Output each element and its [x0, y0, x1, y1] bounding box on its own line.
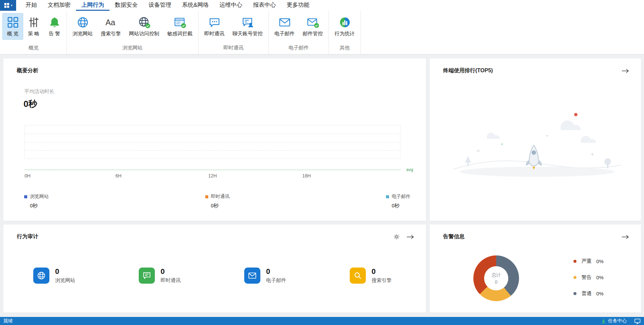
- stat-search-engine[interactable]: 0 搜索引擎: [350, 268, 417, 284]
- legend-label: 普通: [582, 290, 592, 297]
- bell-icon: [48, 16, 61, 29]
- remote-desktop-button[interactable]: [634, 318, 641, 324]
- ribbon-email-button[interactable]: 电子邮件: [270, 13, 299, 40]
- alarm-more-button[interactable]: [621, 235, 629, 239]
- ribbon-button-label: 行为统计: [335, 31, 355, 37]
- ribbon-overview-button[interactable]: 概 览: [2, 13, 23, 40]
- mail-icon: [278, 16, 291, 29]
- legend-label: 严重: [582, 258, 592, 265]
- stat-im[interactable]: 0 即时通讯: [139, 268, 206, 284]
- tab-report-center[interactable]: 报表中心: [248, 0, 281, 11]
- legend-value: 0秒: [30, 203, 49, 209]
- activity-line-chart: avg 0H 6H 12H 18H: [25, 125, 400, 182]
- tab-start[interactable]: 开始: [20, 0, 42, 11]
- font-Aa-icon: Aa: [105, 16, 117, 29]
- ribbon-button-label: 邮件管控: [303, 31, 323, 37]
- app-grid-icon: [4, 2, 10, 8]
- audit-more-button[interactable]: [406, 235, 414, 239]
- stat-value: 0: [55, 268, 75, 275]
- ribbon-im-button[interactable]: 即时通讯: [200, 13, 228, 40]
- tab-internet-behavior[interactable]: 上网行为: [76, 0, 110, 11]
- tab-more-functions[interactable]: 更多功能: [281, 0, 315, 11]
- audit-card-title: 行为审计: [17, 233, 38, 240]
- mail-icon: [248, 271, 257, 280]
- ribbon: 概 览 策 略 告 警 概览: [0, 11, 644, 54]
- chat-icon: [142, 271, 152, 280]
- ribbon-button-label: 即时通讯: [204, 31, 224, 37]
- ribbon-button-label: 搜索引擎: [101, 31, 121, 37]
- globe-icon: [37, 271, 46, 280]
- monitor-icon: [634, 318, 641, 324]
- stat-value: 0: [266, 268, 286, 275]
- arrow-right-icon: [621, 235, 629, 239]
- ribbon-button-label: 浏览网站: [73, 31, 93, 37]
- ribbon-search-engine-button[interactable]: Aa 搜索引擎: [97, 13, 125, 40]
- ribbon-button-label: 策 略: [28, 31, 39, 37]
- ribbon-group-label: 即时通讯: [200, 43, 267, 54]
- alarm-legend-warning: 警告 0%: [573, 274, 604, 281]
- legend-value: 0秒: [392, 203, 411, 209]
- task-center-button[interactable]: 任务中心: [601, 318, 627, 324]
- arrow-right-icon: [621, 69, 629, 73]
- stat-label: 浏览网站: [55, 277, 75, 284]
- top5-card: 终端使用排行(TOP5): [430, 58, 641, 221]
- globe-icon: [77, 16, 89, 29]
- audit-card: 行为审计 0: [3, 225, 426, 313]
- ribbon-group-browse: 浏览网站 Aa 搜索引擎 网站访问控制: [67, 11, 199, 54]
- ribbon-button-label: 电子邮件: [274, 31, 295, 37]
- tab-system-network[interactable]: 系统&网络: [177, 0, 214, 11]
- ribbon-button-label: 告 警: [49, 31, 60, 37]
- alarm-card-title: 告警信息: [443, 233, 465, 240]
- ribbon-sensitive-word-block-button[interactable]: 敏感词拦截: [163, 13, 197, 40]
- chevron-down-icon: ▾: [11, 4, 12, 7]
- stat-browse-website[interactable]: 0 浏览网站: [33, 268, 100, 284]
- stat-label: 电子邮件: [266, 277, 286, 284]
- main-content: 概要分析 平均活动时长 0秒 avg 0H 6H 12H 18H 浏览网站 0秒: [0, 54, 644, 317]
- legend-dot: [573, 260, 576, 263]
- ribbon-button-label: 网站访问控制: [129, 31, 159, 37]
- overview-grid-icon: [7, 16, 19, 29]
- svg-text:Aa: Aa: [105, 18, 116, 27]
- summary-card-title: 概要分析: [17, 67, 38, 74]
- donut-total-value: 0: [495, 279, 498, 285]
- stat-label: 搜索引擎: [372, 277, 392, 284]
- x-tick: 0H: [25, 173, 31, 178]
- tab-data-security[interactable]: 数据安全: [110, 0, 143, 11]
- x-tick: 18H: [302, 173, 311, 178]
- ribbon-website-access-control-button[interactable]: 网站访问控制: [125, 13, 163, 40]
- audit-stats: 0 浏览网站 0 即时通讯: [3, 268, 426, 284]
- legend-label: 警告: [582, 274, 592, 281]
- x-tick: 6H: [116, 173, 122, 178]
- ribbon-policy-button[interactable]: 策 略: [23, 13, 44, 40]
- alarm-donut-chart: 总计 0: [473, 255, 519, 301]
- ribbon-group-label: 其他: [331, 43, 359, 54]
- stat-email[interactable]: 0 电子邮件: [244, 268, 311, 284]
- tab-device-mgmt[interactable]: 设备管理: [143, 0, 177, 11]
- audit-settings-button[interactable]: [393, 234, 400, 240]
- tab-doc-encryption[interactable]: 文档加密: [42, 0, 76, 11]
- ribbon-group-im: 即时通讯 聊天账号管控 即时通讯: [199, 11, 269, 54]
- alarm-legend-critical: 严重 0%: [573, 258, 604, 265]
- globe-check-icon: [138, 16, 151, 29]
- summary-card: 概要分析 平均活动时长 0秒 avg 0H 6H 12H 18H 浏览网站 0秒: [3, 58, 426, 221]
- stat-value: 0: [161, 268, 181, 275]
- status-ready-text: 就绪: [3, 318, 13, 324]
- avg-activity-duration-value: 0秒: [24, 98, 426, 110]
- search-icon: [353, 271, 362, 280]
- ribbon-browse-website-button[interactable]: 浏览网站: [69, 13, 97, 40]
- top5-more-button[interactable]: [621, 69, 629, 73]
- menu-tabs: 开始 文档加密 上网行为 数据安全 设备管理 系统&网络 运维中心 报表中心 更…: [20, 0, 315, 11]
- legend-item-im: 即时通讯 0秒: [205, 194, 230, 209]
- mail-check-icon: [307, 16, 319, 29]
- ribbon-chat-account-control-button[interactable]: 聊天账号管控: [228, 13, 267, 40]
- ribbon-behavior-stats-button[interactable]: 行为统计: [331, 13, 359, 40]
- ribbon-alert-button[interactable]: 告 警: [44, 13, 65, 40]
- tab-ops-center[interactable]: 运维中心: [214, 0, 248, 11]
- legend-label: 即时通讯: [211, 194, 230, 200]
- ribbon-group-overview: 概 览 策 略 告 警 概览: [1, 11, 67, 54]
- ribbon-group-label: 电子邮件: [270, 43, 327, 54]
- ribbon-mail-control-button[interactable]: 邮件管控: [299, 13, 327, 40]
- legend-dot: [573, 276, 576, 279]
- page-check-icon: [174, 16, 186, 29]
- app-menu-button[interactable]: ▾: [0, 0, 16, 11]
